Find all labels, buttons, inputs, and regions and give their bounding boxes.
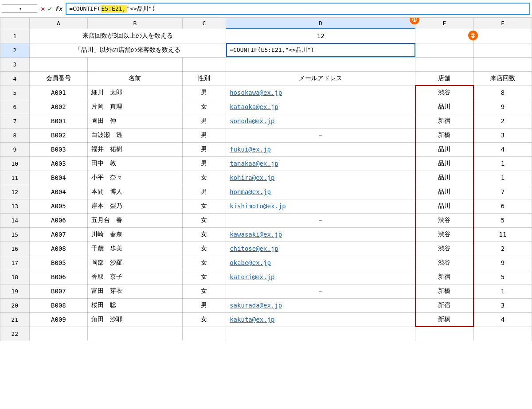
cell-20-C[interactable]: 男: [182, 298, 226, 312]
row-header-8[interactable]: 8: [0, 128, 30, 142]
col-header-e[interactable]: E ②: [415, 18, 473, 29]
cell-13-F[interactable]: 6: [473, 199, 532, 213]
cell-8-C[interactable]: 男: [182, 128, 226, 142]
cell-22-B[interactable]: [88, 327, 183, 341]
cell-16-D[interactable]: chitose@ex.jp: [226, 242, 415, 256]
cell-7-A[interactable]: B001: [29, 114, 87, 128]
cell-5-F[interactable]: 8: [473, 86, 532, 100]
cell-18-B[interactable]: 香取 京子: [88, 270, 183, 284]
cell-19-F[interactable]: 1: [473, 284, 532, 298]
cell-18-F[interactable]: 5: [473, 270, 532, 284]
cell-13-A[interactable]: A005: [29, 199, 87, 213]
cell-21-B[interactable]: 角田 沙耶: [88, 312, 183, 327]
cell-4-E[interactable]: 店舗: [415, 71, 473, 86]
cell-2-F[interactable]: [473, 43, 532, 57]
cell-21-F[interactable]: 4: [473, 312, 532, 327]
row-header-5[interactable]: 5: [0, 86, 30, 100]
cell-13-E[interactable]: 品川: [415, 199, 473, 213]
cell-11-A[interactable]: B004: [29, 171, 87, 185]
cell-6-B[interactable]: 片岡 真理: [88, 100, 183, 114]
cell-5-C[interactable]: 男: [182, 86, 226, 100]
cell-19-A[interactable]: B007: [29, 284, 87, 298]
cell-4-F[interactable]: 来店回数: [473, 71, 532, 86]
cell-9-B[interactable]: 福井 祐樹: [88, 142, 183, 156]
cell-15-A[interactable]: A007: [29, 227, 87, 242]
cell-11-B[interactable]: 小平 奈々: [88, 171, 183, 185]
confirm-formula-icon[interactable]: ✓: [48, 4, 52, 13]
cell-14-B[interactable]: 五月台 春: [88, 213, 183, 227]
cell-17-C[interactable]: 女: [182, 256, 226, 270]
cell-11-C[interactable]: 女: [182, 171, 226, 185]
cell-16-A[interactable]: A008: [29, 242, 87, 256]
dropdown-icon[interactable]: ▾: [19, 6, 22, 11]
cell-22-A[interactable]: [29, 327, 87, 341]
cell-16-C[interactable]: 女: [182, 242, 226, 256]
cell-18-A[interactable]: B006: [29, 270, 87, 284]
cell-12-E[interactable]: 品川: [415, 185, 473, 199]
cell-15-B[interactable]: 川崎 春奈: [88, 227, 183, 242]
cell-1-A[interactable]: 来店回数が3回以上の人を数える: [29, 29, 226, 43]
cell-14-A[interactable]: A006: [29, 213, 87, 227]
cell-13-D[interactable]: kishimoto@ex.jp: [226, 199, 415, 213]
cell-3-E[interactable]: [415, 57, 473, 71]
cell-5-B[interactable]: 細川 太郎: [88, 86, 183, 100]
cell-15-E[interactable]: 渋谷: [415, 227, 473, 242]
cell-18-C[interactable]: 女: [182, 270, 226, 284]
row-header-3[interactable]: 3: [0, 57, 30, 71]
col-header-a[interactable]: A: [29, 18, 87, 29]
row-header-14[interactable]: 14: [0, 213, 30, 227]
cell-12-A[interactable]: A004: [29, 185, 87, 199]
cell-3-B[interactable]: [88, 57, 183, 71]
cell-21-D[interactable]: kakuta@ex.jp: [226, 312, 415, 327]
row-header-4[interactable]: 4: [0, 71, 30, 86]
cell-15-F[interactable]: 11: [473, 227, 532, 242]
cell-1-D[interactable]: 12: [226, 29, 415, 43]
cell-7-D[interactable]: sonoda@ex.jp: [226, 114, 415, 128]
cell-21-E[interactable]: 新橋: [415, 312, 473, 327]
cell-11-E[interactable]: 品川: [415, 171, 473, 185]
cell-9-C[interactable]: 男: [182, 142, 226, 156]
cell-19-D[interactable]: －: [226, 284, 415, 298]
cell-2-D[interactable]: =COUNTIF(E5:E21,"<>品川"): [226, 43, 415, 57]
col-header-f[interactable]: F: [473, 18, 532, 29]
cell-9-A[interactable]: B003: [29, 142, 87, 156]
cell-9-E[interactable]: 品川: [415, 142, 473, 156]
row-header-2[interactable]: 2: [0, 43, 30, 57]
row-header-17[interactable]: 17: [0, 256, 30, 270]
cell-7-C[interactable]: 男: [182, 114, 226, 128]
cell-5-A[interactable]: A001: [29, 86, 87, 100]
cell-5-D[interactable]: hosokawa@ex.jp: [226, 86, 415, 100]
cell-12-C[interactable]: 男: [182, 185, 226, 199]
cell-17-B[interactable]: 岡部 沙羅: [88, 256, 183, 270]
cell-13-B[interactable]: 岸本 梨乃: [88, 199, 183, 213]
cell-6-F[interactable]: 9: [473, 100, 532, 114]
cell-18-E[interactable]: 新宿: [415, 270, 473, 284]
formula-input-bar[interactable]: =COUNTIF(E5:E21,"<>品川"): [66, 3, 530, 15]
cell-6-C[interactable]: 女: [182, 100, 226, 114]
cell-15-C[interactable]: 女: [182, 227, 226, 242]
cell-16-E[interactable]: 渋谷: [415, 242, 473, 256]
cell-4-A[interactable]: 会員番号: [29, 71, 87, 86]
row-header-7[interactable]: 7: [0, 114, 30, 128]
cell-22-E[interactable]: [415, 327, 473, 341]
row-header-12[interactable]: 12: [0, 185, 30, 199]
cell-18-D[interactable]: katori@ex.jp: [226, 270, 415, 284]
cell-7-B[interactable]: 園田 仲: [88, 114, 183, 128]
cell-3-C[interactable]: [182, 57, 226, 71]
cell-2-E[interactable]: [415, 43, 473, 57]
cell-9-F[interactable]: 4: [473, 142, 532, 156]
cell-8-E[interactable]: 新橋: [415, 128, 473, 142]
cell-17-A[interactable]: B005: [29, 256, 87, 270]
cell-11-D[interactable]: kohira@ex.jp: [226, 171, 415, 185]
cell-4-C[interactable]: 性別: [182, 71, 226, 86]
cell-12-B[interactable]: 本間 博人: [88, 185, 183, 199]
cell-10-C[interactable]: 男: [182, 156, 226, 171]
row-header-16[interactable]: 16: [0, 242, 30, 256]
cell-21-A[interactable]: A009: [29, 312, 87, 327]
cell-3-A[interactable]: [29, 57, 87, 71]
cell-4-B[interactable]: 名前: [88, 71, 183, 86]
cell-14-C[interactable]: 女: [182, 213, 226, 227]
cell-14-D[interactable]: －: [226, 213, 415, 227]
cell-5-E[interactable]: 渋谷: [415, 86, 473, 100]
row-header-22[interactable]: 22: [0, 327, 30, 341]
